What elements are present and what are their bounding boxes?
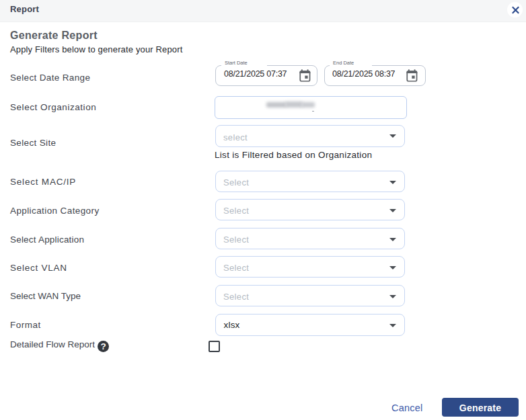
svg-text:?: ? (100, 341, 106, 351)
